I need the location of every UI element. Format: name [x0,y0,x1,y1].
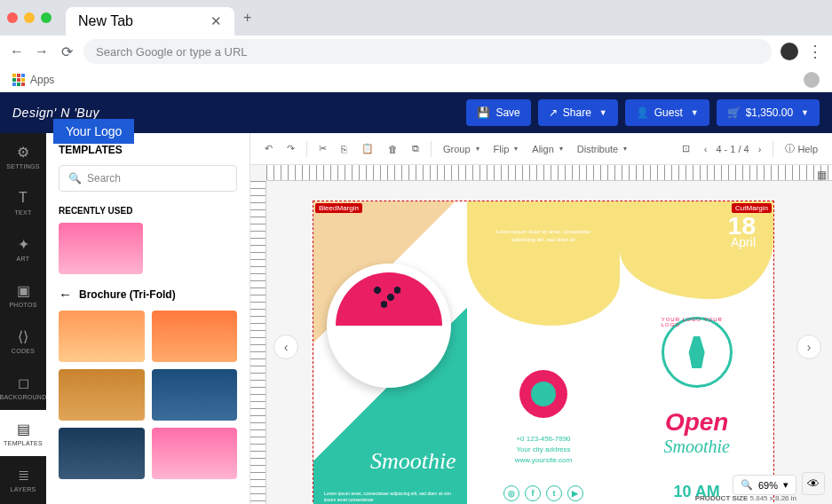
search-icon: 🔍 [68,172,82,185]
browser-addressbar: ← → ⟳ Search Google or type a URL ⋮ [0,35,832,67]
facebook-icon: f [525,485,541,501]
template-thumb[interactable] [59,369,145,421]
smoothie-description: Lorem ipsum amet, consectetuer adipiscin… [324,491,456,503]
logo-stamp [519,370,567,418]
duplicate-button[interactable]: ⧉ [407,139,424,158]
cart-icon: 🛒 [727,106,741,119]
cut-margin-label: CutMargin [732,203,772,213]
tab-title: New Tab [78,13,133,29]
chevron-down-icon: ▼ [599,108,607,117]
share-button[interactable]: ↗Share▼ [538,99,618,126]
paste-button[interactable]: 📋 [356,139,379,158]
browser-menu-icon[interactable]: ⋮ [807,42,823,61]
close-window[interactable] [7,12,18,23]
cut-button[interactable]: ✂ [313,139,332,158]
profile-avatar[interactable] [780,43,798,60]
sidebar-item-settings[interactable]: ⚙SETTINGS [0,133,46,179]
apps-label[interactable]: Apps [30,74,54,86]
browser-tab[interactable]: New Tab ✕ [66,7,234,35]
panel-title: TEMPLATES [59,144,237,156]
circular-logo [662,317,733,388]
sidebar-item-layers[interactable]: ≣LAYERS [0,456,46,502]
sidebar-item-background[interactable]: ◻BACKGROUND [0,364,46,410]
save-button[interactable]: 💾Save [466,99,530,126]
layers-icon: ≣ [14,466,32,484]
trifold-panel-3[interactable]: 18April OpenSmoothie 10 AM [620,201,773,504]
breadcrumb-label: Brochure (Tri-Fold) [79,288,176,301]
sidebar-item-text[interactable]: TTEXT [0,179,46,225]
page-prev[interactable]: ‹ [699,140,713,158]
ruler-horizontal [266,165,832,181]
extension-icon[interactable] [804,72,820,88]
breadcrumb: ← Brochure (Tri-Fold) [59,287,237,302]
redo-button[interactable]: ↷ [281,139,300,158]
preview-button[interactable]: 👁 [802,472,825,495]
distribute-dropdown[interactable]: Distribute [572,140,632,158]
app-logo: Design' N 'Buy [12,106,99,120]
sidebar-item-codes[interactable]: ⟨⟩CODES [0,318,46,364]
bookmarks-bar: Apps [0,67,832,92]
copy-button[interactable]: ⎘ [336,140,353,158]
photo-icon: ▣ [14,281,32,299]
trifold-panel-1[interactable]: Smoothie Lorem ipsum amet, consectetuer … [313,201,467,504]
background-icon: ◻ [14,374,32,391]
reload-icon[interactable]: ⟳ [59,43,75,59]
help-button[interactable]: ⓘ Help [780,138,823,159]
template-thumb[interactable] [59,311,145,362]
flip-dropdown[interactable]: Flip [488,140,524,158]
zoom-control[interactable]: 🔍69%▾ [733,475,796,495]
canvas-viewport[interactable]: ▦ ‹ › BleedMargin CutMargin SafeMargin S… [250,165,832,504]
design-app: Design' N 'Buy Your Logo 💾Save ↗Share▼ 👤… [0,92,832,504]
design-canvas[interactable]: BleedMargin CutMargin SafeMargin Smoothi… [313,201,774,504]
template-thumb[interactable] [152,369,238,421]
left-sidebar: ⚙SETTINGS TTEXT ✦ART ▣PHOTOS ⟨⟩CODES ◻BA… [0,133,46,504]
templates-panel: TEMPLATES 🔍Search RECENTLY USED ← Brochu… [46,133,250,504]
page-next[interactable]: › [753,140,767,158]
sidebar-item-art[interactable]: ✦ART [0,225,46,272]
template-thumb[interactable] [152,428,238,479]
text-icon: T [14,189,32,207]
canvas-prev[interactable]: ‹ [273,335,298,359]
template-thumb[interactable] [152,311,238,362]
browser-tabbar: New Tab ✕ + [0,0,832,35]
group-dropdown[interactable]: Group [438,140,485,158]
smoothie-bowl-image [327,264,451,388]
maximize-window[interactable] [41,12,52,23]
template-thumb[interactable] [59,428,145,479]
sidebar-item-photos[interactable]: ▣PHOTOS [0,272,46,318]
yellow-blob-shape [467,201,621,326]
search-input[interactable]: 🔍Search [59,165,237,192]
back-icon[interactable]: ← [9,43,25,59]
breadcrumb-back[interactable]: ← [59,287,72,302]
url-input[interactable]: Search Google or type a URL [83,39,772,64]
undo-button[interactable]: ↶ [259,139,278,158]
new-tab-button[interactable]: + [243,10,251,26]
price-button[interactable]: 🛒$1,350.00▼ [717,99,820,126]
bleed-margin-label: BleedMargin [315,203,362,213]
apps-icon[interactable] [12,74,25,86]
canvas-area: ↶ ↷ ✂ ⎘ 📋 🗑 ⧉ Group Flip Align Distribut… [250,133,832,504]
close-tab-icon[interactable]: ✕ [210,13,222,29]
template-thumb-recent[interactable] [59,223,143,274]
open-text: OpenSmoothie [620,408,773,457]
delete-button[interactable]: 🗑 [383,140,403,158]
align-dropdown[interactable]: Align [527,140,567,158]
trifold-panel-2[interactable]: Lorem ipsum dolor sit amet, consectetur … [467,201,621,504]
fit-button[interactable]: ⊡ [677,139,695,158]
youtube-icon: ▶ [567,485,583,501]
save-icon: 💾 [477,106,490,119]
forward-icon[interactable]: → [34,43,50,59]
guest-button[interactable]: 👤Guest▼ [625,99,709,126]
workspace: ⚙SETTINGS TTEXT ✦ART ▣PHOTOS ⟨⟩CODES ◻BA… [0,133,832,504]
instagram-icon: ◎ [503,485,519,501]
canvas-next[interactable]: › [796,335,821,359]
minimize-window[interactable] [24,12,35,23]
grid-toggle-icon[interactable]: ▦ [817,169,827,181]
trifold-panels: Smoothie Lorem ipsum amet, consectetuer … [313,201,773,504]
user-icon: 👤 [636,106,649,119]
gear-icon: ⚙ [14,143,32,161]
zoom-icon: 🔍 [741,479,753,491]
sidebar-item-templates[interactable]: ▤TEMPLATES [0,410,46,456]
chevron-down-icon: ▾ [783,479,788,491]
your-logo-badge: Your Logo [53,119,134,144]
